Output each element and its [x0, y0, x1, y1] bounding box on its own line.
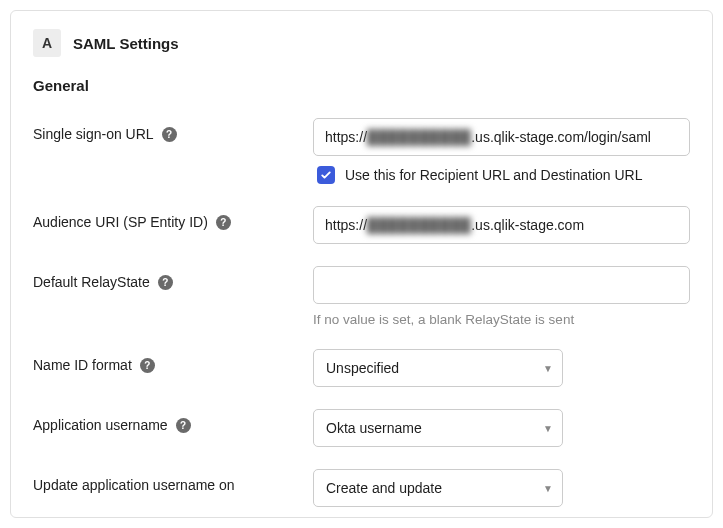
relay-state-input[interactable]	[313, 266, 690, 304]
sso-url-checkbox-row: Use this for Recipient URL and Destinati…	[313, 166, 690, 184]
update-on-select[interactable]: Create and update	[313, 469, 563, 507]
help-icon[interactable]: ?	[158, 275, 173, 290]
recipient-destination-label: Use this for Recipient URL and Destinati…	[345, 167, 643, 183]
panel-title: SAML Settings	[73, 35, 179, 52]
panel-header: A SAML Settings	[33, 29, 690, 57]
label-audience-uri-text: Audience URI (SP Entity ID)	[33, 214, 208, 230]
label-update-on: Update application username on	[33, 469, 313, 493]
label-relay-state: Default RelayState ?	[33, 266, 313, 290]
sso-url-input[interactable]	[313, 118, 690, 156]
row-app-username: Application username ? Okta username ▼	[33, 409, 690, 447]
label-relay-state-text: Default RelayState	[33, 274, 150, 290]
relay-state-hint: If no value is set, a blank RelayState i…	[313, 312, 690, 327]
label-sso-url: Single sign-on URL ?	[33, 118, 313, 142]
name-id-format-value: Unspecified	[326, 360, 399, 376]
row-sso-url: Single sign-on URL ? https://██████████.…	[33, 118, 690, 184]
app-username-select[interactable]: Okta username	[313, 409, 563, 447]
help-icon[interactable]: ?	[162, 127, 177, 142]
check-icon	[320, 169, 332, 181]
row-relay-state: Default RelayState ? If no value is set,…	[33, 266, 690, 327]
label-app-username: Application username ?	[33, 409, 313, 433]
app-letter-badge: A	[33, 29, 61, 57]
app-username-value: Okta username	[326, 420, 422, 436]
audience-uri-input[interactable]	[313, 206, 690, 244]
help-icon[interactable]: ?	[216, 215, 231, 230]
row-audience-uri: Audience URI (SP Entity ID) ? https://██…	[33, 206, 690, 244]
label-name-id-format-text: Name ID format	[33, 357, 132, 373]
help-icon[interactable]: ?	[176, 418, 191, 433]
label-name-id-format: Name ID format ?	[33, 349, 313, 373]
row-name-id-format: Name ID format ? Unspecified ▼	[33, 349, 690, 387]
label-app-username-text: Application username	[33, 417, 168, 433]
saml-settings-panel: A SAML Settings General Single sign-on U…	[10, 10, 713, 518]
label-sso-url-text: Single sign-on URL	[33, 126, 154, 142]
label-audience-uri: Audience URI (SP Entity ID) ?	[33, 206, 313, 230]
row-update-on: Update application username on Create an…	[33, 469, 690, 507]
section-title-general: General	[33, 77, 690, 94]
name-id-format-select[interactable]: Unspecified	[313, 349, 563, 387]
label-update-on-text: Update application username on	[33, 477, 235, 493]
update-on-value: Create and update	[326, 480, 442, 496]
recipient-destination-checkbox[interactable]	[317, 166, 335, 184]
help-icon[interactable]: ?	[140, 358, 155, 373]
